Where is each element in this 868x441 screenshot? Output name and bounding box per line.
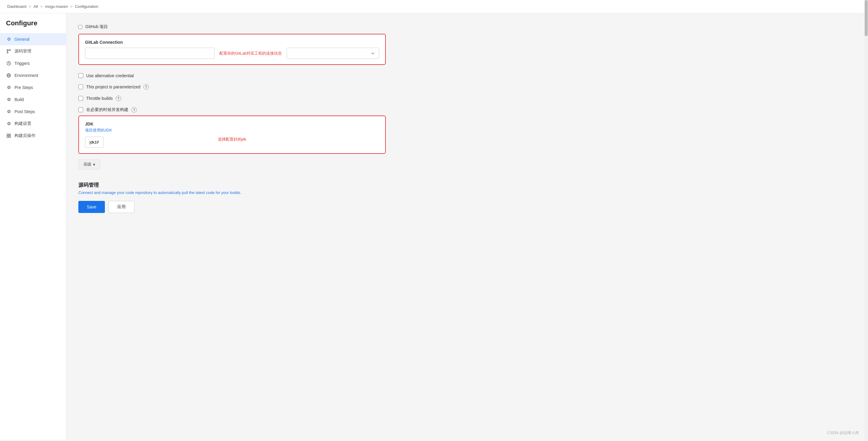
source-management-section: 源码管理 Connect and manage your code reposi… — [79, 182, 386, 195]
breadcrumb-project[interactable]: mogu-maven — [45, 4, 68, 9]
sidebar-label-post-steps: Post Steps — [14, 109, 35, 114]
scrollbar-thumb[interactable] — [865, 0, 868, 36]
breadcrumb-all[interactable]: All — [33, 4, 38, 9]
concurrent-build-label: 在必要的时候并发构建 — [86, 107, 128, 113]
github-project-label: GitHub 项目 — [85, 24, 108, 30]
breadcrumb-sep-3: > — [70, 4, 73, 9]
watermark: CSDN @运维小杰 — [827, 430, 859, 436]
svg-rect-13 — [7, 136, 8, 138]
sidebar-label-build: Build — [14, 97, 24, 102]
breadcrumb-configuration[interactable]: Configuration — [75, 4, 98, 9]
sidebar-item-build[interactable]: ⚙ Build — [0, 93, 66, 106]
gear-icon: ⚙ — [6, 36, 11, 42]
sidebar-label-post-build: 构建后操作 — [14, 133, 36, 139]
jdk-section: JDK 项目使用的JDK jdk17 选择配置好的jdk — [79, 116, 386, 154]
throttle-builds-help-icon[interactable]: ? — [116, 96, 121, 101]
clock-icon — [6, 61, 11, 66]
throttle-builds-checkbox[interactable] — [79, 96, 83, 101]
sidebar-title: Configure — [0, 19, 66, 33]
gitlab-connection-dropdown[interactable] — [287, 48, 379, 59]
throttle-builds-row: Throttle builds ? — [79, 93, 386, 104]
jdk-title: JDK — [85, 122, 379, 126]
jdk-subtitle: 项目使用的JDK — [85, 127, 379, 133]
source-icon — [6, 49, 11, 54]
sidebar-label-source: 源码管理 — [14, 49, 31, 54]
gitlab-connection-section: GitLab Connection ssh://git@192.168.200.… — [79, 34, 386, 65]
globe-icon — [6, 73, 11, 78]
build-gear-icon: ⚙ — [6, 97, 11, 102]
presteps-gear-icon: ⚙ — [6, 85, 11, 90]
sidebar-label-pre-steps: Pre Steps — [14, 85, 33, 90]
sidebar-label-general: General — [14, 37, 30, 41]
github-project-row: GitHub 项目 — [79, 22, 386, 34]
project-parameterized-label: This project is parameterized — [86, 85, 141, 89]
project-parameterized-row: This project is parameterized ? — [79, 81, 386, 93]
poststeps-gear-icon: ⚙ — [6, 109, 11, 114]
use-alternative-credential-checkbox[interactable] — [79, 73, 83, 78]
jdk-select-wrapper: jdk17 选择配置好的jdk — [85, 137, 379, 148]
sidebar-item-environment[interactable]: Environment — [0, 69, 66, 82]
svg-point-1 — [7, 52, 8, 53]
concurrent-build-checkbox[interactable] — [79, 108, 83, 112]
concurrent-build-row: 在必要的时候并发构建 ? — [79, 104, 386, 116]
sidebar-item-source[interactable]: 源码管理 — [0, 45, 66, 57]
save-button[interactable]: Save — [79, 201, 105, 213]
gitlab-connection-title: GitLab Connection — [85, 40, 379, 45]
sidebar-label-environment: Environment — [14, 73, 38, 78]
build-settings-icon: ⚙ — [6, 121, 11, 126]
bottom-actions: Save 应用 — [79, 201, 386, 213]
sidebar-item-triggers[interactable]: Triggers — [0, 57, 66, 69]
breadcrumb: Dashboard > All > mogu-maven > Configura… — [0, 0, 868, 13]
concurrent-build-help-icon[interactable]: ? — [131, 107, 137, 113]
project-parameterized-checkbox[interactable] — [79, 85, 83, 89]
use-alternative-credential-label: Use alternative credential — [86, 73, 134, 78]
source-management-title: 源码管理 — [79, 182, 386, 188]
sidebar-label-build-settings: 构建设置 — [14, 121, 31, 126]
sidebar-item-pre-steps[interactable]: ⚙ Pre Steps — [0, 82, 66, 93]
throttle-builds-label: Throttle builds — [86, 96, 113, 101]
svg-line-7 — [9, 63, 10, 64]
advanced-button-label: 高级 — [84, 162, 91, 167]
sidebar-item-general[interactable]: ⚙ General — [0, 33, 66, 45]
sidebar: Configure ⚙ General 源码管理 — [0, 13, 66, 440]
gitlab-url-input[interactable]: ssh://git@192.168.200.128:8222/root/mogu… — [85, 48, 215, 59]
breadcrumb-sep-2: > — [40, 4, 43, 9]
github-project-checkbox[interactable] — [79, 25, 82, 29]
jdk-select[interactable]: jdk17 — [85, 137, 104, 148]
main-content: GitHub 项目 GitLab Connection ssh://git@19… — [66, 13, 868, 440]
breadcrumb-sep-1: > — [29, 4, 31, 9]
use-alternative-credential-row: Use alternative credential — [79, 70, 386, 81]
post-build-icon — [6, 133, 11, 139]
project-parameterized-help-icon[interactable]: ? — [144, 84, 149, 90]
breadcrumb-dashboard[interactable]: Dashboard — [7, 4, 27, 9]
svg-rect-14 — [9, 136, 10, 138]
gitlab-hint-text: 配置你的GitLab对应工程的连接信息 — [219, 51, 282, 56]
sidebar-label-triggers: Triggers — [14, 61, 30, 66]
svg-rect-12 — [9, 134, 10, 136]
advanced-button[interactable]: 高级 ▾ — [79, 159, 100, 170]
sidebar-item-build-settings[interactable]: ⚙ 构建设置 — [0, 118, 66, 130]
jdk-hint: 选择配置好的jdk — [218, 137, 247, 142]
source-management-description: Connect and manage your code repository … — [79, 190, 386, 195]
jdk-select-row: jdk17 选择配置好的jdk — [85, 137, 379, 148]
sidebar-item-post-steps[interactable]: ⚙ Post Steps — [0, 106, 66, 118]
sidebar-item-post-build[interactable]: 构建后操作 — [0, 130, 66, 142]
svg-rect-11 — [7, 134, 8, 136]
scrollbar-track[interactable] — [864, 0, 868, 440]
apply-button[interactable]: 应用 — [108, 201, 134, 213]
chevron-down-icon: ▾ — [93, 162, 95, 167]
gitlab-input-row: ssh://git@192.168.200.128:8222/root/mogu… — [85, 48, 379, 59]
